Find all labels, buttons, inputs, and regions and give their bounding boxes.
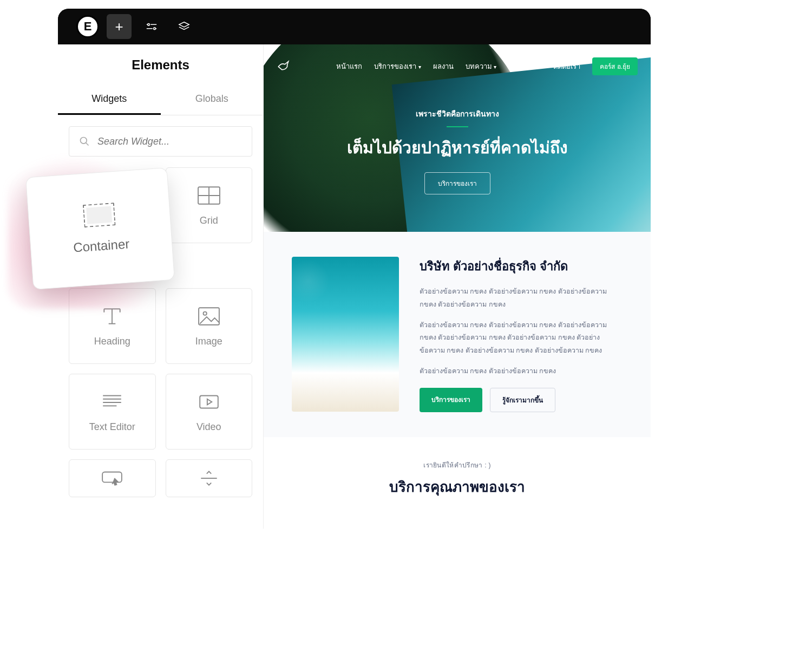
search-widget-field[interactable]	[69, 126, 252, 157]
tab-globals[interactable]: Globals	[161, 84, 264, 115]
about-paragraph: ตัวอย่างข้อความ กขคง ตัวอย่างข้อความ กขค…	[420, 285, 623, 311]
container-icon	[83, 203, 116, 227]
hero-subtitle: เพราะชีวิตคือการเดินทาง	[416, 108, 499, 120]
hero-title: เต็มไปด้วยปาฏิหารย์ที่คาดไม่ถึง	[347, 135, 568, 160]
panel-title: Elements	[58, 44, 263, 84]
panel-tabs: Widgets Globals	[58, 84, 263, 115]
editor-topbar: E +	[58, 9, 651, 44]
elementor-logo-icon[interactable]: E	[76, 15, 99, 38]
svg-point-3	[154, 28, 156, 30]
hero-section: หน้าแรก บริการของเรา ▾ ผลงาน บทความ ▾ เก…	[264, 44, 651, 232]
svg-line-8	[86, 143, 89, 146]
widget-container-floating[interactable]: Container	[25, 167, 175, 290]
widget-label: Grid	[200, 215, 218, 226]
heading-icon	[101, 306, 123, 327]
widget-text-editor[interactable]: Text Editor	[69, 374, 156, 450]
page-preview: หน้าแรก บริการของเรา ▾ ผลงาน บทความ ▾ เก…	[264, 44, 651, 529]
about-image	[292, 257, 399, 412]
sliders-icon	[146, 21, 158, 32]
svg-marker-24	[207, 399, 212, 405]
nav-home[interactable]: หน้าแรก	[336, 61, 362, 72]
about-section: บริษัท ตัวอย่างชื่อธุรกิจ จำกัด ตัวอย่าง…	[264, 232, 651, 437]
widget-label: Heading	[94, 336, 130, 347]
svg-point-18	[203, 311, 206, 315]
widget-button[interactable]	[69, 459, 156, 497]
widget-label: Video	[197, 421, 221, 433]
svg-rect-25	[102, 472, 122, 482]
services-section: เรายินดีให้คำปรึกษา : ) บริการคุณภาพของเ…	[264, 437, 651, 498]
widget-grid[interactable]: Grid	[166, 167, 253, 243]
svg-point-0	[148, 24, 150, 26]
site-logo[interactable]	[277, 58, 291, 74]
structure-button[interactable]	[172, 14, 197, 39]
svg-rect-23	[200, 395, 218, 408]
video-icon	[198, 392, 220, 412]
about-paragraph: ตัวอย่างข้อความ กขคง ตัวอย่างข้อความ กขค…	[420, 365, 623, 378]
nav-cta-button[interactable]: คอร์ส อ.ยุ้ย	[592, 57, 638, 75]
chevron-down-icon: ▾	[418, 64, 421, 70]
text-editor-icon	[101, 392, 123, 412]
widget-image[interactable]: Image	[166, 288, 253, 364]
layers-icon	[178, 21, 190, 32]
widget-label: Text Editor	[89, 421, 135, 433]
widget-label: Container	[73, 236, 130, 255]
widget-label: Image	[195, 336, 222, 347]
nav-about[interactable]: เกี่ยวกับเรา	[508, 61, 541, 72]
services-tagline: เรายินดีให้คำปรึกษา : )	[264, 460, 651, 470]
site-nav: หน้าแรก บริการของเรา ▾ ผลงาน บทความ ▾ เก…	[264, 51, 651, 75]
grid-icon	[198, 185, 220, 206]
about-secondary-button[interactable]: รู้จักเรามากขึ้น	[490, 388, 555, 412]
hero-accent-bar	[447, 126, 468, 127]
services-heading: บริการคุณภาพของเรา	[264, 476, 651, 498]
button-icon	[101, 468, 123, 489]
hero-cta-button[interactable]: บริการของเรา	[424, 172, 490, 194]
about-primary-button[interactable]: บริการของเรา	[420, 388, 482, 412]
image-icon	[198, 306, 220, 327]
search-icon	[79, 136, 90, 147]
settings-button[interactable]	[139, 14, 164, 39]
widget-divider[interactable]	[166, 459, 253, 497]
svg-point-7	[81, 138, 87, 144]
divider-icon	[198, 468, 220, 489]
bird-icon	[277, 58, 291, 73]
nav-services[interactable]: บริการของเรา ▾	[374, 61, 421, 72]
about-heading: บริษัท ตัวอย่างชื่อธุรกิจ จำกัด	[420, 257, 623, 276]
svg-marker-6	[179, 22, 189, 27]
tab-widgets[interactable]: Widgets	[58, 84, 161, 115]
add-element-button[interactable]: +	[107, 14, 132, 39]
chevron-down-icon: ▾	[494, 64, 496, 70]
nav-articles[interactable]: บทความ ▾	[466, 61, 497, 72]
nav-portfolio[interactable]: ผลงาน	[433, 61, 454, 72]
search-widget-input[interactable]	[97, 136, 242, 147]
widget-video[interactable]: Video	[166, 374, 253, 450]
about-paragraph: ตัวอย่างข้อความ กขคง ตัวอย่างข้อความ กขค…	[420, 319, 623, 357]
nav-contact[interactable]: ติดต่อเรา	[553, 61, 580, 72]
